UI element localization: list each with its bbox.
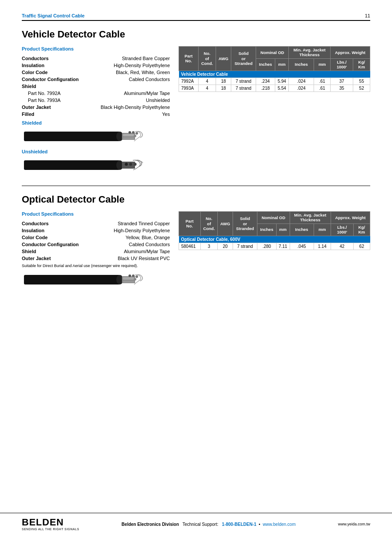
vehicle-spec-table: Conductors Stranded Bare Copper Insulati… xyxy=(22,55,170,118)
unshielded-cable-section: Unshielded xyxy=(22,149,170,174)
svg-point-5 xyxy=(128,131,131,134)
cell-od-in: .218 xyxy=(256,85,275,91)
optical-spec-table: Conductors Stranded Tinned Copper Insula… xyxy=(22,220,170,262)
cell-awg: 18 xyxy=(216,78,231,85)
page-header: Traffic Signal Control Cable 11 xyxy=(22,13,370,21)
optical-note: Suitable for Direct Burial and Aerial us… xyxy=(22,264,170,268)
shielded-cable-section: Shielded xyxy=(22,120,170,146)
vehicle-section-title: Vehicle Detector Cable xyxy=(22,29,370,40)
svg-point-23 xyxy=(134,278,136,281)
svg-point-14 xyxy=(134,163,137,166)
spec-value: Aluminum/Mylar Tape xyxy=(93,248,170,255)
cell-wt-kg: 55 xyxy=(353,78,370,85)
footer-website: www.belden.com xyxy=(263,522,296,527)
spec-label: Insulation xyxy=(22,227,93,234)
svg-rect-3 xyxy=(123,134,134,136)
svg-point-7 xyxy=(135,132,138,135)
th-od-inches: Inches xyxy=(256,58,275,71)
th-jacket: Min. Avg. JacketThickness xyxy=(289,47,331,59)
th-no-cond: No.ofCond. xyxy=(198,47,216,71)
optical-cable-image xyxy=(22,271,152,289)
cell-cond: 4 xyxy=(198,78,216,85)
th-nominal-od: Nominal OD xyxy=(257,212,290,224)
page-number: 11 xyxy=(365,13,370,18)
spec-label: Color Code xyxy=(22,234,93,241)
table-header-row-1: PartNo. No.ofCond. AWG SolidorStranded N… xyxy=(179,212,370,224)
th-part-no: PartNo. xyxy=(179,212,201,236)
footer-center: Belden Electronics Division Technical Su… xyxy=(79,522,338,527)
footer-support-label: Technical Support: xyxy=(182,522,218,527)
section-divider xyxy=(22,186,370,186)
svg-rect-4 xyxy=(123,137,134,139)
shielded-label: Shielded xyxy=(22,120,170,125)
th-wt-kg: Kg/Km xyxy=(353,223,370,236)
spec-row: Insulation High-Density Polyethylene xyxy=(22,62,170,69)
svg-point-20 xyxy=(128,274,131,277)
spec-row: Color Code Black, Red, White, Green xyxy=(22,69,170,76)
th-no-cond: No.ofCond. xyxy=(200,212,218,236)
optical-section-title: Optical Detector Cable xyxy=(22,194,370,205)
cell-wt-kg: 62 xyxy=(353,243,370,250)
cell-od-mm: 5.94 xyxy=(275,78,289,85)
spec-row: Filled Yes xyxy=(22,111,170,118)
th-jk-inches: Inches xyxy=(289,58,314,71)
optical-specs-title: Product Specifications xyxy=(22,211,170,217)
cell-od-in: .280 xyxy=(257,243,276,250)
cell-awg: 18 xyxy=(216,85,231,91)
vehicle-table-col: PartNo. No.ofCond. AWG SolidorStranded N… xyxy=(179,46,370,178)
spec-value: Cabled Conductors xyxy=(93,241,170,248)
spec-value: Unshielded xyxy=(93,97,170,104)
header-title: Traffic Signal Control Cable xyxy=(22,13,84,18)
spec-label: Conductors xyxy=(22,55,93,62)
svg-rect-18 xyxy=(123,277,134,280)
vehicle-specs-col: Product Specifications Conductors Strand… xyxy=(22,46,170,178)
cell-strand: 7 strand xyxy=(231,85,256,91)
th-jk-mm: mm xyxy=(314,58,330,71)
spec-value: Yes xyxy=(93,111,170,118)
spec-row: Conductor Configuration Cabled Conductor… xyxy=(22,76,170,83)
spec-row: Part No. 7993A Unshielded xyxy=(22,97,170,104)
vehicle-data-table: PartNo. No.ofCond. AWG SolidorStranded N… xyxy=(179,46,370,92)
cell-od-mm: 5.54 xyxy=(275,85,289,91)
logo-text: BELDEN xyxy=(22,518,64,527)
cell-part: 7992A xyxy=(179,78,199,85)
spec-label: Insulation xyxy=(22,62,93,69)
cell-cond: 3 xyxy=(200,243,218,250)
cell-strand: 7 strand xyxy=(233,243,257,250)
optical-section: Optical Detector Cable Product Specifica… xyxy=(22,194,370,292)
svg-point-21 xyxy=(132,274,135,277)
cell-jk-mm: 1.14 xyxy=(314,243,331,250)
unshielded-label: Unshielded xyxy=(22,149,170,154)
cell-jk-in: .024 xyxy=(289,85,314,91)
optical-section-body: Product Specifications Conductors Strand… xyxy=(22,211,370,292)
th-od-inches: Inches xyxy=(257,223,276,236)
spec-label: Filled xyxy=(22,111,93,118)
svg-point-12 xyxy=(125,163,128,166)
cell-wt-lbs: 35 xyxy=(330,85,353,91)
cell-part: 7993A xyxy=(179,85,199,91)
spec-label: Conductor Configuration xyxy=(22,241,93,248)
spec-row: Conductor Configuration Cabled Conductor… xyxy=(22,241,170,248)
spec-label: Shield xyxy=(22,248,93,255)
vehicle-section: Vehicle Detector Cable Product Specifica… xyxy=(22,29,370,178)
optical-specs-col: Product Specifications Conductors Strand… xyxy=(22,211,170,292)
footer-yeida: www.yeida.com.tw xyxy=(338,522,370,526)
cell-od-mm: 7.11 xyxy=(276,243,290,250)
page-footer: BELDEN SENDING ALL THE RIGHT SIGNALS Bel… xyxy=(0,513,392,535)
optical-table-label: Optical Detector Cable, 600V xyxy=(179,236,370,243)
table-row: 580461 3 20 7 strand .280 7.11 .045 1.14… xyxy=(179,243,370,250)
th-part-no: PartNo. xyxy=(179,47,199,71)
th-wt-kg: Kg/Km xyxy=(353,58,370,71)
spec-label: Conductors xyxy=(22,220,93,227)
spec-row: Insulation High-Density Polyethylene xyxy=(22,227,170,234)
svg-point-6 xyxy=(132,131,135,134)
th-strand: SolidorStranded xyxy=(231,47,256,71)
table-row: 7992A 4 18 7 strand .234 5.94 .024 .61 3… xyxy=(179,78,370,85)
spec-row: Shield Aluminum/Mylar Tape xyxy=(22,248,170,255)
cell-wt-lbs: 37 xyxy=(330,78,353,85)
spec-row: Conductors Stranded Tinned Copper xyxy=(22,220,170,227)
spec-label-indent: Part No. 7993A xyxy=(22,97,93,104)
cell-wt-lbs: 42 xyxy=(331,243,353,250)
spec-label: Outer Jacket xyxy=(22,255,93,262)
spec-label: Shield xyxy=(22,83,93,90)
